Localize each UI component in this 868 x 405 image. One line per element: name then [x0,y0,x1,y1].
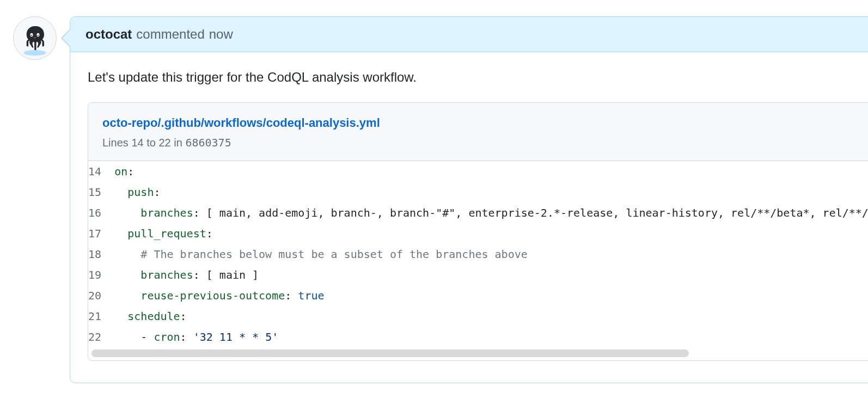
code-content[interactable]: pull_request: [101,223,868,244]
lines-info: Lines 14 to 22 in 6860375 [102,134,868,151]
code-line: 17 pull_request: [88,223,868,244]
line-number[interactable]: 15 [88,182,101,202]
scrollbar-thumb[interactable] [91,349,689,357]
comment-box: octocat commented now Let's update this … [70,16,868,383]
svg-point-3 [31,35,33,36]
speech-arrow [61,29,70,47]
code-line: 18 # The branches below must be a subset… [88,244,868,265]
line-number[interactable]: 19 [88,265,101,285]
code-snippet: octo-repo/.github/workflows/codeql-analy… [88,102,868,361]
commit-sha[interactable]: 6860375 [185,136,231,149]
code-content[interactable]: reuse-previous-outcome: true [101,285,868,306]
code-content[interactable]: push: [101,182,868,202]
file-path-link[interactable]: octo-repo/.github/workflows/codeql-analy… [102,116,380,130]
svg-point-5 [34,37,35,39]
code-content[interactable]: branches: [ main ] [101,265,868,285]
comment-text: Let's update this trigger for the CodQL … [88,68,868,87]
line-number[interactable]: 18 [88,244,101,265]
octocat-icon [16,20,53,57]
line-number[interactable]: 21 [88,306,101,327]
comment-body: Let's update this trigger for the CodQL … [70,52,868,383]
code-content[interactable]: schedule: [101,306,868,327]
code-content[interactable]: - cron: '32 11 * * 5' [101,327,868,347]
horizontal-scrollbar[interactable] [91,349,868,357]
svg-point-4 [38,35,39,36]
line-number[interactable]: 16 [88,202,101,223]
code-content[interactable]: on: [101,161,868,182]
line-number[interactable]: 20 [88,285,101,306]
code-line: 22 - cron: '32 11 * * 5' [88,327,868,347]
code-line: 16 branches: [ main, add-emoji, branch-,… [88,202,868,223]
code-line: 15 push: [88,182,868,202]
code-table: 14 on:15 push:16 branches: [ main, add-e… [88,161,868,347]
code-line: 21 schedule: [88,306,868,327]
code-content[interactable]: branches: [ main, add-emoji, branch-, br… [101,202,868,223]
code-line: 14 on: [88,161,868,182]
comment-container: octocat commented now Let's update this … [70,16,868,383]
snippet-header: octo-repo/.github/workflows/codeql-analy… [88,103,868,161]
avatar[interactable] [13,16,57,60]
timeline-comment: octocat commented now Let's update this … [13,16,855,383]
author-link[interactable]: octocat [85,27,132,42]
comment-header: octocat commented now [70,17,868,52]
line-number[interactable]: 14 [88,161,101,182]
code-scroll-area[interactable]: 14 on:15 push:16 branches: [ main, add-e… [88,161,868,347]
line-number[interactable]: 17 [88,223,101,244]
svg-point-6 [24,50,46,56]
code-line: 20 reuse-previous-outcome: true [88,285,868,306]
code-line: 19 branches: [ main ] [88,265,868,285]
code-content[interactable]: # The branches below must be a subset of… [101,244,868,265]
line-number[interactable]: 22 [88,327,101,347]
comment-action: commented [136,27,204,42]
comment-timestamp[interactable]: now [209,27,233,42]
